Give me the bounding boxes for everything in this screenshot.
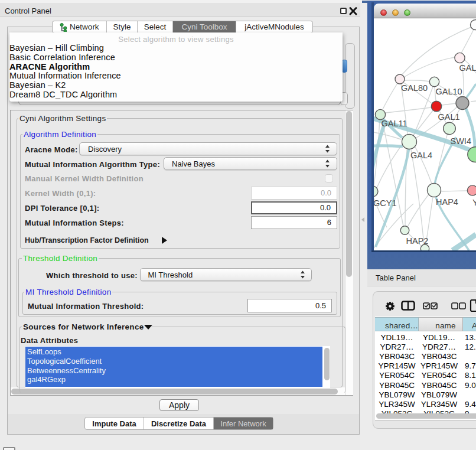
svg-text:GAL10: GAL10 xyxy=(436,87,462,96)
svg-text:GAL2: GAL2 xyxy=(459,63,476,73)
svg-text:SWI4: SWI4 xyxy=(451,136,471,146)
svg-text:GAL1: GAL1 xyxy=(438,112,460,122)
svg-text:GAL11: GAL11 xyxy=(382,119,407,128)
svg-text:HAP4: HAP4 xyxy=(436,197,458,207)
svg-text:GAL4: GAL4 xyxy=(410,151,432,160)
svg-text:HAP2: HAP2 xyxy=(406,236,429,246)
svg-text:GCY1: GCY1 xyxy=(374,198,397,208)
svg-text:YE: YE xyxy=(472,198,476,207)
svg-text:GAL80: GAL80 xyxy=(401,83,428,93)
